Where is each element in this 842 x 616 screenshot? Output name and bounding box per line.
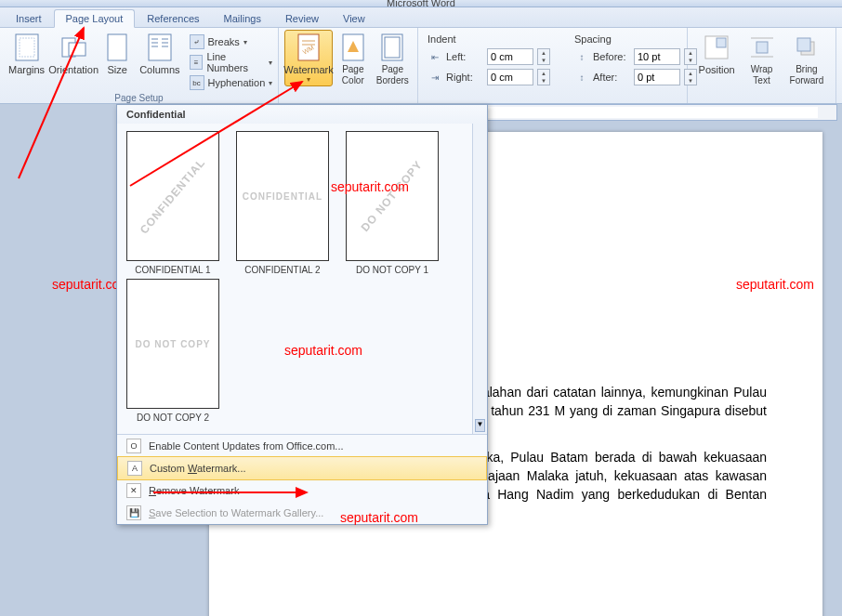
wrap-text-button[interactable]: Wrap Text (742, 30, 782, 89)
indent-right-input[interactable] (487, 69, 533, 85)
bring-forward-button[interactable]: Bring Forward (783, 30, 830, 89)
indent-left-icon: ⇤ (428, 50, 442, 63)
custom-watermark[interactable]: ACustom Watermark... (117, 456, 487, 480)
indent-right-spinner[interactable]: ▲▼ (537, 69, 550, 85)
size-icon (102, 33, 132, 62)
tab-insert[interactable]: Insert (4, 9, 54, 27)
line-numbers-button[interactable]: ≡Line Numbers▾ (185, 52, 278, 72)
watermark-button[interactable]: WM Watermark ▾ (284, 30, 333, 86)
svg-rect-4 (108, 34, 126, 60)
indent-left-spinner[interactable]: ▲▼ (537, 48, 550, 65)
office-icon: O (126, 439, 141, 453)
gallery-header: Confidential (117, 105, 487, 124)
page-color-button[interactable]: Page Color (335, 30, 372, 89)
page-borders-button[interactable]: Page Borders (374, 30, 412, 89)
tab-view[interactable]: View (331, 9, 377, 27)
custom-watermark-icon: A (127, 461, 142, 476)
spacing-after-input[interactable] (634, 69, 680, 85)
wrap-text-icon (747, 33, 777, 62)
spacing-before-input[interactable] (634, 48, 680, 65)
tab-page-layout[interactable]: Page Layout (54, 9, 136, 28)
hyphenation-icon: bc (190, 75, 204, 90)
svg-rect-25 (797, 38, 810, 51)
svg-rect-21 (756, 42, 768, 53)
thumb-confidential-2[interactable]: CONFIDENTIAL CONFIDENTIAL 2 (236, 131, 329, 275)
thumb-do-not-copy-1[interactable]: DO NOT COPY DO NOT COPY 1 (346, 131, 439, 275)
columns-icon (145, 33, 175, 62)
svg-rect-5 (149, 34, 171, 60)
watermark-icon: WM (294, 33, 323, 62)
gallery-scrollbar[interactable]: ▼ (472, 124, 487, 434)
margins-button[interactable]: Margins (6, 30, 47, 78)
ribbon-tabs: Insert Page Layout References Mailings R… (0, 7, 842, 28)
position-button[interactable]: Position (693, 30, 740, 78)
remove-watermark[interactable]: ✕Remove Watermark (117, 479, 487, 502)
spacing-before-icon: ↕ (574, 50, 589, 63)
size-button[interactable]: Size (99, 30, 135, 78)
line-numbers-icon: ≡ (190, 55, 204, 70)
indent-left-input[interactable] (487, 48, 533, 65)
page-borders-icon (377, 33, 407, 62)
indent-right-icon: ⇥ (428, 71, 442, 84)
remove-watermark-icon: ✕ (126, 483, 141, 498)
margins-icon (12, 33, 42, 62)
spacing-after-icon: ↕ (574, 71, 589, 84)
save-gallery-icon: 💾 (126, 505, 141, 520)
indent-header: Indent (428, 33, 550, 45)
ribbon: Margins Orientation Size Columns ⤶Breaks… (0, 28, 842, 104)
breaks-icon: ⤶ (190, 34, 204, 49)
window-title: Microsoft Word (387, 0, 455, 8)
position-icon (702, 33, 731, 62)
columns-button[interactable]: Columns (137, 30, 182, 78)
watermark-gallery: Confidential CONFIDENTIAL CONFIDENTIAL 1… (116, 104, 488, 525)
enable-content-updates[interactable]: OEnable Content Updates from Office.com.… (117, 435, 487, 457)
thumb-confidential-1[interactable]: CONFIDENTIAL CONFIDENTIAL 1 (126, 131, 219, 275)
bring-forward-icon (792, 33, 822, 62)
page-color-icon (338, 33, 368, 62)
document-area: 2.1. n Selat Malaka dan a nama Batam itu… (0, 104, 842, 616)
spacing-header: Spacing (574, 33, 697, 45)
save-selection-watermark: 💾Save Selection to Watermark Gallery... (117, 502, 487, 524)
hyphenation-button[interactable]: bcHyphenation▾ (185, 72, 278, 93)
breaks-button[interactable]: ⤶Breaks▾ (185, 32, 278, 52)
svg-rect-3 (69, 43, 86, 56)
tab-references[interactable]: References (135, 9, 211, 27)
orientation-icon (59, 33, 88, 62)
tab-review[interactable]: Review (273, 9, 331, 27)
tab-mailings[interactable]: Mailings (212, 9, 273, 27)
orientation-button[interactable]: Orientation (49, 30, 98, 78)
thumb-do-not-copy-2[interactable]: DO NOT COPY DO NOT COPY 2 (126, 279, 219, 423)
svg-rect-20 (717, 38, 726, 47)
